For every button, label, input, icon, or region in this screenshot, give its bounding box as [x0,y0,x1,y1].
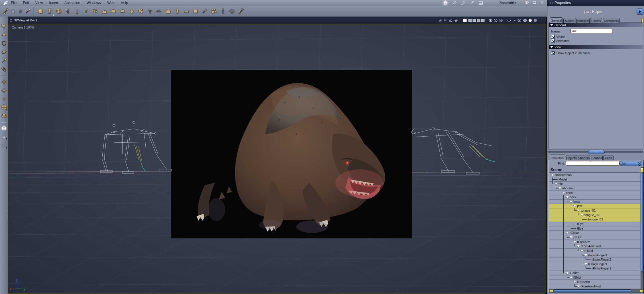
menu-insert[interactable]: Insert [49,1,58,5]
insert-globe-tool[interactable] [55,7,62,15]
insert-terrain-tool[interactable] [101,7,108,15]
visible-checkbox[interactable] [551,35,555,38]
trackball-tool[interactable] [1,104,7,111]
insert-rock-tool[interactable] [110,7,117,15]
solid-cube-icon[interactable] [523,18,527,23]
tab-clips[interactable]: Clips [603,155,614,160]
panel-splitter[interactable] [547,149,644,155]
hand-pan-tool[interactable] [1,133,7,140]
menu-help[interactable]: Help [121,1,128,5]
tree-row-rococerous[interactable]: Rococerous [549,173,640,177]
maximize-icon[interactable] [532,0,537,6]
insert-denture-tool[interactable] [183,7,190,15]
insert-spray-tool[interactable] [201,7,208,15]
layout-4pane-icon[interactable] [476,18,481,23]
3d-viewport[interactable]: xyZ Camera 1 100% [8,24,545,293]
find-input[interactable] [566,161,619,166]
move-tool[interactable] [1,31,7,38]
menu-web[interactable]: Web [107,1,114,5]
expand-triangle-icon[interactable] [584,254,587,256]
bounding-sphere-icon[interactable] [512,18,516,23]
tree-row-abdomen[interactable]: abdomen [549,186,640,191]
caged-sphere-icon[interactable] [454,18,458,23]
tree-row-head[interactable]: head [549,200,640,204]
tree-row-model[interactable]: Model [549,177,640,182]
tab-controllers[interactable]: Controllers [603,18,620,23]
expand-triangle-icon[interactable] [566,272,569,274]
lit-sphere-icon[interactable] [528,18,532,23]
film-mode-icon[interactable] [478,0,484,5]
insert-cone-tool[interactable] [165,7,172,15]
expand-triangle-icon[interactable] [577,285,580,287]
pan-plane-tool[interactable] [1,87,7,94]
animated-checkbox-row[interactable]: Animated [551,39,569,42]
tree-row-rforearmtwist[interactable]: rForeArmTwist [549,244,640,249]
scale-tool[interactable] [1,49,7,56]
tab-instances[interactable]: Instances [550,155,565,160]
hand-mode-icon[interactable] [442,0,449,5]
tree-scrollbar-top-cap[interactable] [641,168,643,173]
insert-spline-object-tool[interactable] [74,7,80,15]
textured-sphere-icon[interactable] [533,18,537,23]
tree-hscrollbar-right-cap[interactable] [639,289,643,292]
tree-row-neck[interactable]: neck [549,195,640,200]
insert-bone-tool[interactable] [238,7,244,15]
link-tool[interactable] [1,66,7,73]
ik-fingers-tool[interactable] [17,7,24,15]
viewport-title-bar[interactable]: 3DView of Doc2 [8,17,546,24]
tree-scrollbar-thumb[interactable] [641,173,643,272]
tab-sounds[interactable]: Sounds [591,155,603,160]
insert-metaballs-tool[interactable] [137,7,144,15]
select-tool[interactable] [1,23,7,30]
splitter-handle[interactable] [588,150,605,154]
show-object-checkbox[interactable] [551,51,555,55]
view-section-header[interactable]: View [549,45,643,49]
insert-fountain-tool[interactable] [146,7,153,15]
interpolation-icon[interactable] [438,18,443,23]
tree-row-lforearm[interactable]: lForeArm [549,280,640,284]
paint-3d-tool[interactable] [25,7,31,15]
expand-triangle-icon[interactable] [573,241,576,243]
vertex-pen-mode-icon[interactable] [460,0,466,5]
menu-file[interactable]: File [11,1,17,5]
insert-skeleton-tool[interactable] [64,7,71,15]
pan-xyz-tool[interactable] [1,79,7,86]
working-box-b-icon[interactable] [493,18,498,23]
tree-row-reye[interactable]: rEye [549,222,640,226]
expand-triangle-icon[interactable] [577,245,580,247]
tree-row-rcollar[interactable]: rCollar [549,231,640,235]
tab-modifiers[interactable]: Modifiers [576,18,590,23]
insert-sphere-tool[interactable] [37,7,44,15]
tree-row-hip[interactable]: hip [549,182,640,186]
insert-vertex-object-tool[interactable] [46,7,53,15]
expand-triangle-icon[interactable] [566,196,569,198]
skinning-tool[interactable] [2,7,9,15]
expand-triangle-icon[interactable] [570,277,572,279]
tree-hscrollbar-left-cap[interactable] [549,289,553,292]
expand-triangle-icon[interactable] [566,232,569,234]
working-box-tool[interactable] [1,112,7,119]
menu-view[interactable]: View [35,1,43,5]
tree-row-lcollar[interactable]: lCollar [549,271,640,275]
expand-triangle-icon[interactable] [577,210,580,212]
layout-3pane-icon[interactable] [472,18,476,23]
expand-triangle-icon[interactable] [562,192,565,194]
layout-2pane-icon[interactable] [468,18,472,23]
working-box-a-icon[interactable] [488,18,493,23]
pan-small-tool[interactable] [1,96,7,103]
insert-autogroup-tool[interactable]: AGr [156,7,162,15]
layout-single-icon[interactable] [462,18,467,23]
insert-fire-tool[interactable] [128,7,135,15]
camera-pan-tool[interactable] [1,125,7,131]
zoom-tool[interactable] [1,143,7,149]
show-object-checkbox-row[interactable]: Show Object in 3D View [551,51,590,55]
general-section-header[interactable]: General [549,23,643,27]
expand-triangle-icon[interactable] [559,187,561,189]
tree-row-lforearmtwist[interactable]: lForeArmTwist [549,284,640,289]
insert-figure-tool[interactable] [219,7,226,15]
tree-row-rshldr[interactable]: rShldr [549,235,640,240]
tab-shaders[interactable]: Shaders [578,155,590,160]
hand-tool[interactable] [10,7,17,15]
tree-row-rpinkyfinger2[interactable]: rPinkyFinger2 [549,266,640,271]
tree-row-chest[interactable]: chest [549,191,640,195]
